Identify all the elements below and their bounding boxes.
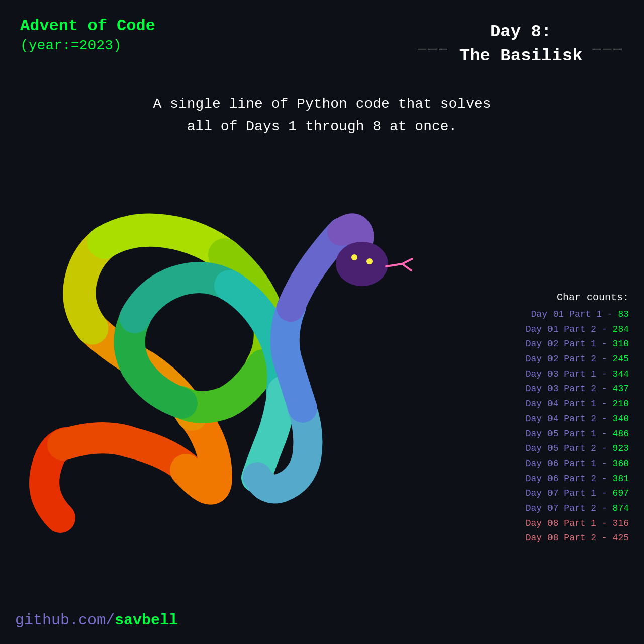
- count-day: Day 02: [526, 339, 564, 349]
- snake-eye-right: [366, 258, 373, 264]
- day-title-section: ___ Day 8: The Basilisk ___: [418, 15, 624, 68]
- count-part: Part 2: [564, 354, 602, 364]
- snake-eye-left: [351, 254, 357, 260]
- count-num: 923: [613, 443, 629, 453]
- count-row-6: Day 04 Part 1 - 210: [526, 397, 629, 412]
- count-part: Part 2: [564, 533, 602, 543]
- count-day: Day 07: [526, 488, 564, 498]
- count-part: Part 1: [564, 488, 602, 498]
- aoc-title-block: Advent of Code (year:=2023): [20, 15, 155, 53]
- count-num: 486: [613, 429, 629, 439]
- count-dash: -: [607, 309, 618, 319]
- count-num: 310: [613, 339, 629, 349]
- count-dash: -: [602, 414, 613, 424]
- count-num: 874: [613, 503, 629, 513]
- count-row-7: Day 04 Part 2 - 340: [526, 412, 629, 427]
- dash-left: ___: [418, 36, 449, 52]
- char-counts-panel: Char counts: Day 01 Part 1 - 83Day 01 Pa…: [526, 292, 629, 546]
- footer-prefix: github.com/: [15, 612, 115, 629]
- count-row-0: Day 01 Part 1 - 83: [526, 307, 629, 322]
- count-row-3: Day 02 Part 2 - 245: [526, 352, 629, 367]
- count-dash: -: [602, 488, 613, 498]
- count-row-4: Day 03 Part 1 - 344: [526, 367, 629, 382]
- count-dash: -: [602, 533, 613, 543]
- count-dash: -: [602, 518, 613, 528]
- count-day: Day 01: [526, 324, 564, 334]
- count-dash: -: [602, 429, 613, 439]
- day-title-line2: The Basilisk: [459, 44, 583, 68]
- count-part: Part 2: [564, 474, 602, 484]
- count-row-5: Day 03 Part 2 - 437: [526, 382, 629, 397]
- count-part: Part 1: [564, 369, 602, 379]
- footer-bold: savbell: [115, 612, 178, 629]
- count-part: Part 2: [564, 384, 602, 394]
- count-dash: -: [602, 399, 613, 409]
- count-row-10: Day 06 Part 1 - 360: [526, 456, 629, 472]
- header: Advent of Code (year:=2023) ___ Day 8: T…: [0, 0, 644, 78]
- day-title: Day 8: The Basilisk: [459, 20, 583, 68]
- svg-line-1: [402, 259, 412, 264]
- count-dash: -: [602, 339, 613, 349]
- svg-line-2: [402, 264, 411, 270]
- count-dash: -: [602, 474, 613, 484]
- count-day: Day 04: [526, 414, 564, 424]
- count-day: Day 05: [526, 443, 564, 453]
- count-dash: -: [602, 369, 613, 379]
- day-title-line1: Day 8:: [459, 20, 583, 44]
- count-part: Part 1: [564, 429, 602, 439]
- aoc-title-line1: Advent of Code: [20, 15, 155, 38]
- count-part: Part 1: [564, 399, 602, 409]
- count-part: Part 1: [564, 458, 602, 469]
- snake-svg: [0, 111, 427, 538]
- count-num: 83: [618, 309, 629, 319]
- snake-illustration: [0, 111, 427, 538]
- count-part: Part 1: [564, 339, 602, 349]
- count-num: 344: [613, 369, 629, 379]
- count-num: 360: [613, 458, 629, 469]
- count-dash: -: [602, 458, 613, 469]
- count-part: Part 2: [564, 503, 602, 513]
- count-part: Part 2: [564, 324, 602, 334]
- count-part: Part 2: [564, 443, 602, 453]
- count-dash: -: [602, 503, 613, 513]
- char-counts-title: Char counts:: [526, 292, 629, 303]
- snake-head: [336, 242, 388, 286]
- count-row-11: Day 06 Part 2 - 381: [526, 472, 629, 487]
- count-dash: -: [602, 354, 613, 364]
- counts-list: Day 01 Part 1 - 83Day 01 Part 2 - 284Day…: [526, 307, 629, 546]
- count-day: Day 05: [526, 429, 564, 439]
- footer: github.com/savbell: [15, 612, 178, 629]
- count-day: Day 01: [531, 309, 570, 319]
- count-row-9: Day 05 Part 2 - 923: [526, 441, 629, 456]
- count-part: Part 1: [569, 309, 607, 319]
- count-dash: -: [602, 443, 613, 453]
- count-row-14: Day 08 Part 1 - 316: [526, 516, 629, 531]
- count-day: Day 08: [526, 518, 564, 528]
- dash-right: ___: [593, 36, 624, 52]
- count-day: Day 08: [526, 533, 564, 543]
- count-day: Day 06: [526, 458, 564, 469]
- count-day: Day 03: [526, 369, 564, 379]
- count-row-1: Day 01 Part 2 - 284: [526, 322, 629, 337]
- count-part: Part 1: [564, 518, 602, 528]
- svg-line-0: [386, 264, 402, 266]
- count-dash: -: [602, 384, 613, 394]
- count-num: 284: [613, 324, 629, 334]
- count-num: 210: [613, 399, 629, 409]
- count-row-2: Day 02 Part 1 - 310: [526, 337, 629, 352]
- count-row-13: Day 07 Part 2 - 874: [526, 501, 629, 516]
- count-day: Day 04: [526, 399, 564, 409]
- count-row-12: Day 07 Part 1 - 697: [526, 486, 629, 501]
- count-num: 425: [613, 533, 629, 543]
- app: Advent of Code (year:=2023) ___ Day 8: T…: [0, 0, 644, 644]
- count-day: Day 07: [526, 503, 564, 513]
- count-num: 316: [613, 518, 629, 528]
- count-num: 381: [613, 474, 629, 484]
- count-num: 340: [613, 414, 629, 424]
- count-day: Day 03: [526, 384, 564, 394]
- aoc-title-line2: (year:=2023): [20, 38, 155, 53]
- count-num: 437: [613, 384, 629, 394]
- count-dash: -: [602, 324, 613, 334]
- count-day: Day 02: [526, 354, 564, 364]
- count-day: Day 06: [526, 474, 564, 484]
